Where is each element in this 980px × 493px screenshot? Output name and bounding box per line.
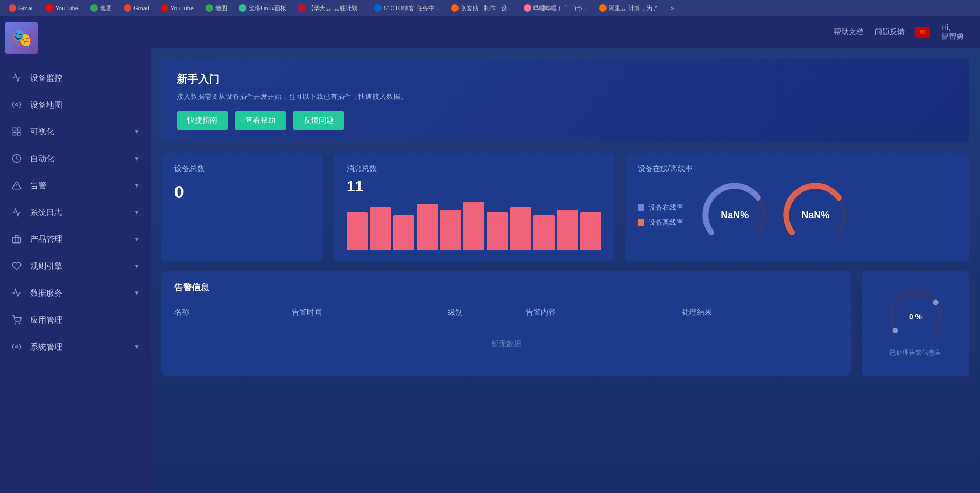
product-manage-icon — [11, 233, 23, 245]
chart-bar — [393, 215, 414, 250]
avatar-emoji: 🎭 — [11, 27, 32, 48]
svg-point-0 — [16, 104, 18, 106]
chevron-down-icon: ▼ — [133, 209, 140, 216]
svg-point-10 — [19, 323, 20, 324]
user-name[interactable]: Hi,曹智勇 — [941, 23, 964, 41]
sidebar-item-label: 产品管理 — [30, 234, 133, 245]
sidebar-item-system-manage[interactable]: 系统管理 ▼ — [0, 333, 151, 360]
chart-bar — [487, 212, 507, 250]
svg-rect-2 — [18, 128, 20, 131]
cto-favicon — [374, 4, 382, 12]
col-content: 告警内容 — [526, 308, 682, 317]
tab-label: 51CTO博客-任务中... — [384, 4, 439, 12]
chart-bar — [347, 212, 368, 250]
chevron-down-icon: ▼ — [133, 128, 140, 135]
app-layout: 🎭 设备监控 设备地图 — [0, 16, 980, 493]
tab-baota[interactable]: 宝塔Linux面板 — [235, 3, 291, 13]
alert-icon — [11, 180, 23, 191]
col-name: 名称 — [174, 308, 292, 317]
sidebar-item-alert[interactable]: 告警 ▼ — [0, 172, 151, 199]
tab-aliyun[interactable]: 阿里云-计算，为了... — [595, 3, 667, 13]
tab-huawei[interactable]: 【华为云-云驻计划... — [294, 3, 366, 13]
bottom-section: 告警信息 名称 告警时间 级别 告警内容 处理结果 暂无数据 — [161, 271, 969, 376]
chevron-down-icon: ▼ — [133, 235, 140, 243]
device-total-value: 0 — [174, 182, 310, 202]
tab-label: 创客贴 - 制作 - 设... — [461, 4, 512, 12]
chevron-down-icon: ▼ — [133, 262, 140, 270]
main-content: 帮助文档 问题反馈 🇨🇳 Hi,曹智勇 新手入门 接入数据需要从设备插件开发开始… — [151, 16, 980, 493]
sidebar-item-system-log[interactable]: 系统日志 ▼ — [0, 199, 151, 226]
sidebar-item-automation[interactable]: 自动化 ▼ — [0, 145, 151, 172]
baota-favicon — [239, 4, 246, 12]
message-chart-card: 消息总数 11 — [334, 153, 614, 261]
newbie-card: 新手入门 接入数据需要从设备插件开发开始，也可以下载已有插件，快速接入数据。 快… — [161, 59, 969, 142]
tab-label: 宝塔Linux面板 — [249, 4, 286, 12]
col-result: 处理结果 — [682, 308, 838, 317]
tab-youtube2[interactable]: YouTube — [157, 3, 198, 13]
guide-button[interactable]: 快捷指南 — [177, 111, 228, 130]
tab-gmail1[interactable]: Gmail — [4, 3, 38, 13]
newbie-buttons: 快捷指南 查看帮助 反馈问题 — [177, 111, 954, 130]
automation-icon — [11, 153, 23, 165]
online-legend: 设备在线率 设备离线率 — [638, 203, 683, 227]
app-manage-icon — [11, 314, 23, 326]
gmail2-favicon — [124, 4, 131, 12]
help-link[interactable]: 帮助文档 — [834, 27, 864, 37]
sidebar-item-device-monitor[interactable]: 设备监控 — [0, 65, 151, 91]
col-level: 级别 — [448, 308, 526, 317]
tab-gmail2[interactable]: Gmail — [119, 3, 153, 13]
tab-map2[interactable]: 地图 — [201, 3, 231, 13]
svg-rect-4 — [18, 133, 20, 135]
col-time: 告警时间 — [292, 308, 448, 317]
chart-bar — [510, 207, 531, 250]
map-favicon — [90, 4, 98, 12]
legend-label-offline: 设备离线率 — [648, 218, 683, 227]
tab-cto[interactable]: 51CTO博客-任务中... — [370, 3, 443, 13]
tab-chuang[interactable]: 创客贴 - 制作 - 设... — [447, 3, 516, 13]
sidebar-item-label: 应用管理 — [30, 315, 140, 325]
youtube2-favicon — [161, 4, 168, 12]
dashboard: 新手入门 接入数据需要从设备插件开发开始，也可以下载已有插件，快速接入数据。 快… — [151, 48, 980, 493]
tab-map1[interactable]: 地图 — [86, 3, 116, 13]
newbie-desc: 接入数据需要从设备插件开发开始，也可以下载已有插件，快速接入数据。 — [177, 92, 954, 102]
sidebar-item-product-manage[interactable]: 产品管理 ▼ — [0, 226, 151, 253]
sidebar-item-label: 设备地图 — [30, 100, 140, 110]
sidebar: 🎭 设备监控 设备地图 — [0, 16, 151, 493]
huawei-favicon — [298, 4, 306, 12]
tab-label: YouTube — [55, 5, 79, 11]
avatar: 🎭 — [5, 22, 38, 54]
legend-dot-online — [638, 204, 644, 211]
chart-bar — [463, 202, 484, 250]
chart-bar — [440, 210, 461, 250]
online-rate-title: 设备在线/离线率 — [638, 164, 956, 174]
sidebar-item-visualization[interactable]: 可视化 ▼ — [0, 118, 151, 145]
tab-bilibili[interactable]: 哔哩哔哩 (゜-゜)つ... — [519, 3, 591, 13]
help-button[interactable]: 查看帮助 — [235, 111, 286, 130]
feedback-link[interactable]: 问题反馈 — [875, 27, 905, 37]
sidebar-item-label: 设备监控 — [30, 73, 140, 83]
sidebar-logo: 🎭 — [5, 22, 38, 54]
sidebar-item-app-manage[interactable]: 应用管理 — [0, 306, 151, 333]
tab-label: YouTube — [171, 5, 194, 11]
tab-label: 【华为云-云驻计划... — [308, 4, 362, 12]
svg-rect-3 — [13, 133, 16, 135]
tab-label: Gmail — [18, 5, 34, 11]
message-bar-chart — [347, 202, 601, 250]
feedback-button[interactable]: 反馈问题 — [293, 111, 344, 130]
tab-label: 哔哩哔哩 (゜-゜)つ... — [533, 4, 587, 12]
sidebar-item-device-map[interactable]: 设备地图 — [0, 91, 151, 118]
online-gauge: NaN% — [700, 180, 770, 250]
sidebar-item-rule-engine[interactable]: 规则引擎 ▼ — [0, 253, 151, 280]
message-chart-title: 消息总数 — [347, 164, 601, 174]
sidebar-item-data-service[interactable]: 数据服务 ▼ — [0, 280, 151, 306]
svg-point-11 — [16, 346, 18, 348]
chart-bar — [533, 215, 554, 250]
processed-value: 0 % — [909, 312, 922, 321]
sidebar-item-label: 系统管理 — [30, 342, 133, 352]
svg-rect-1 — [13, 128, 16, 131]
online-gauge-label: NaN% — [721, 210, 749, 221]
chart-bar — [417, 204, 438, 250]
processed-gauge-card: 0 % 已处理告警信息自 — [862, 271, 969, 376]
tab-youtube1[interactable]: YouTube — [41, 3, 83, 13]
online-card-inner: 设备在线率 设备离线率 — [638, 180, 956, 250]
